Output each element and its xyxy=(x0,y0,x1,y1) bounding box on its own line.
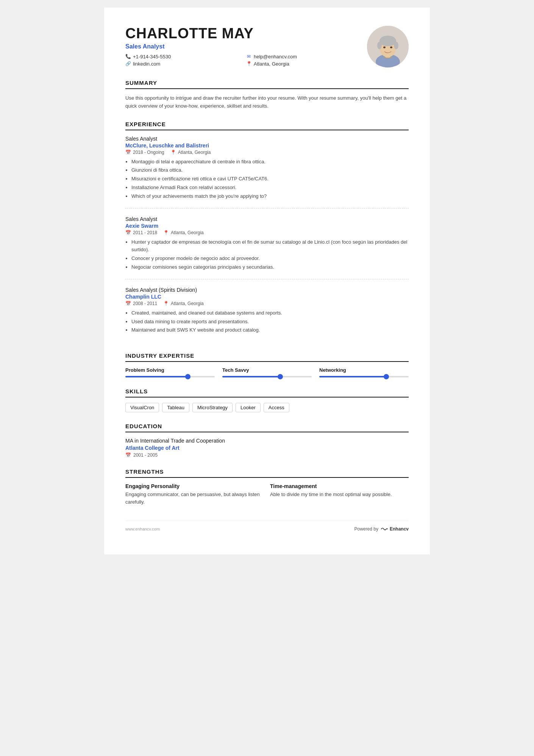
brand-name: Enhancv xyxy=(390,526,409,532)
edu-school-0: Atlanta College of Art xyxy=(125,445,409,451)
candidate-name: CHARLOTTE MAY xyxy=(125,26,356,42)
linkedin-text: linkedin.com xyxy=(133,61,160,67)
calendar-icon-0: 📅 xyxy=(125,150,131,155)
footer-website: www.enhancv.com xyxy=(125,527,160,531)
exp-dates-0: 📅 2018 - Ongoing xyxy=(125,150,164,155)
exp-company-2: Champlin LLC xyxy=(125,294,409,300)
exp-role-2: Sales Analyst (Spirits Division) xyxy=(125,287,409,293)
expertise-label-2: Networking xyxy=(319,367,409,373)
expertise-section: INDUSTRY EXPERTISE Problem Solving Tech … xyxy=(125,352,409,377)
footer-brand: Powered by Enhancv xyxy=(354,526,409,532)
bullet-0-0: Montaggio di telai e apparecchiature di … xyxy=(131,158,409,166)
bullet-2-2: Maintained and built SWS KY website and … xyxy=(131,326,409,334)
linkedin-icon: 🔗 xyxy=(125,61,131,66)
slider-thumb-0 xyxy=(185,374,190,379)
bullet-2-0: Created, maintained, and cleaned out dat… xyxy=(131,309,409,317)
slider-thumb-1 xyxy=(278,374,283,379)
skills-list: VisualCron Tableau MicroStrategy Looker … xyxy=(125,403,409,412)
expertise-grid: Problem Solving Tech Savvy Networking xyxy=(125,367,409,377)
edu-dates-0: 2001 - 2005 xyxy=(133,452,158,458)
strength-desc-0: Engaging communicator, can be persuasive… xyxy=(125,491,264,506)
strengths-grid: Engaging Personality Engaging communicat… xyxy=(125,483,409,506)
phone-icon: 📞 xyxy=(125,54,131,59)
bullet-1-2: Negociar comisiones según categorías pri… xyxy=(131,263,409,271)
contact-linkedin: 🔗 linkedin.com xyxy=(125,61,235,67)
summary-text: Use this opportunity to intrigue and dra… xyxy=(125,94,409,110)
slider-thumb-2 xyxy=(384,374,389,379)
contact-location: 📍 Atlanta, Georgia xyxy=(246,61,356,67)
exp-company-0: McClure, Leuschke and Balistreri xyxy=(125,142,409,149)
pin-icon-0: 📍 xyxy=(170,150,176,155)
bullet-1-1: Conocer y proponer modelo de negocio ado… xyxy=(131,255,409,263)
experience-section: EXPERIENCE Sales Analyst McClure, Leusch… xyxy=(125,121,409,342)
enhancv-logo-icon xyxy=(381,526,388,532)
contact-email: ✉ help@enhancv.com xyxy=(246,54,356,59)
pin-icon-1: 📍 xyxy=(163,230,169,235)
svg-point-5 xyxy=(377,42,382,49)
email-icon: ✉ xyxy=(246,54,251,59)
expertise-item-2: Networking xyxy=(319,367,409,377)
slider-track-2 xyxy=(319,376,409,377)
bullet-2-1: Used data mining to create reports and p… xyxy=(131,318,409,326)
slider-fill-0 xyxy=(125,376,188,377)
contact-phone: 📞 +1-914-345-5530 xyxy=(125,54,235,59)
powered-by-text: Powered by xyxy=(354,526,378,532)
slider-track-1 xyxy=(222,376,312,377)
skill-3: Looker xyxy=(236,403,261,412)
skill-1: Tableau xyxy=(162,403,189,412)
slider-fill-1 xyxy=(222,376,280,377)
contact-grid: 📞 +1-914-345-5530 ✉ help@enhancv.com 🔗 l… xyxy=(125,54,356,67)
strengths-title: STRENGTHS xyxy=(125,468,409,478)
exp-item-0: Sales Analyst McClure, Leuschke and Bali… xyxy=(125,136,409,208)
svg-point-7 xyxy=(383,47,386,49)
bullet-0-1: Giunzioni di fibra ottica. xyxy=(131,166,409,174)
strength-title-1: Time-management xyxy=(270,483,409,489)
experience-title: EXPERIENCE xyxy=(125,121,409,130)
exp-meta-2: 📅 2008 - 2011 📍 Atlanta, Georgia xyxy=(125,301,409,306)
bullet-0-3: Installazione Armadi Rack con relativi a… xyxy=(131,184,409,192)
summary-title: SUMMARY xyxy=(125,80,409,89)
edu-meta-0: 📅 2001 - 2005 xyxy=(125,452,409,458)
exp-meta-0: 📅 2018 - Ongoing 📍 Atlanta, Georgia xyxy=(125,150,409,155)
header-left: CHARLOTTE MAY Sales Analyst 📞 +1-914-345… xyxy=(125,26,356,67)
exp-location-0: 📍 Atlanta, Georgia xyxy=(170,150,211,155)
email-text: help@enhancv.com xyxy=(254,54,297,59)
svg-point-8 xyxy=(390,47,392,49)
edu-item-0: MA in International Trade and Cooperatio… xyxy=(125,438,409,458)
pin-icon-2: 📍 xyxy=(163,301,169,306)
exp-bullets-1: Hunter y captador de empresas de tecnolo… xyxy=(125,238,409,271)
header-section: CHARLOTTE MAY Sales Analyst 📞 +1-914-345… xyxy=(125,26,409,67)
exp-location-2: 📍 Atlanta, Georgia xyxy=(163,301,204,306)
footer: www.enhancv.com Powered by Enhancv xyxy=(125,521,409,532)
resume-page: CHARLOTTE MAY Sales Analyst 📞 +1-914-345… xyxy=(104,8,430,554)
calendar-icon-2: 📅 xyxy=(125,301,131,306)
slider-fill-2 xyxy=(319,376,386,377)
exp-role-0: Sales Analyst xyxy=(125,136,409,142)
strength-desc-1: Able to divide my time in the most optim… xyxy=(270,491,409,498)
calendar-icon-1: 📅 xyxy=(125,230,131,235)
expertise-label-0: Problem Solving xyxy=(125,367,215,373)
edu-degree-0: MA in International Trade and Cooperatio… xyxy=(125,438,409,444)
svg-point-4 xyxy=(379,36,396,46)
skills-title: SKILLS xyxy=(125,388,409,398)
education-title: EDUCATION xyxy=(125,423,409,432)
skill-4: Access xyxy=(264,403,289,412)
strengths-section: STRENGTHS Engaging Personality Engaging … xyxy=(125,468,409,506)
edu-calendar-icon: 📅 xyxy=(125,452,131,458)
expertise-label-1: Tech Savvy xyxy=(222,367,312,373)
bullet-0-2: Misurazioni e certificazione reti ottica… xyxy=(131,175,409,183)
expertise-item-0: Problem Solving xyxy=(125,367,215,377)
education-section: EDUCATION MA in International Trade and … xyxy=(125,423,409,458)
exp-item-1: Sales Analyst Aexie Swarm 📅 2011 - 2018 … xyxy=(125,216,409,279)
exp-item-2: Sales Analyst (Spirits Division) Champli… xyxy=(125,287,409,342)
summary-section: SUMMARY Use this opportunity to intrigue… xyxy=(125,80,409,110)
phone-text: +1-914-345-5530 xyxy=(133,54,171,59)
exp-meta-1: 📅 2011 - 2018 📍 Atlanta, Georgia xyxy=(125,230,409,235)
exp-dates-2: 📅 2008 - 2011 xyxy=(125,301,157,306)
slider-track-0 xyxy=(125,376,215,377)
exp-company-1: Aexie Swarm xyxy=(125,223,409,229)
profile-avatar xyxy=(367,26,409,67)
bullet-1-0: Hunter y captador de empresas de tecnolo… xyxy=(131,238,409,254)
exp-role-1: Sales Analyst xyxy=(125,216,409,222)
expertise-title: INDUSTRY EXPERTISE xyxy=(125,352,409,362)
